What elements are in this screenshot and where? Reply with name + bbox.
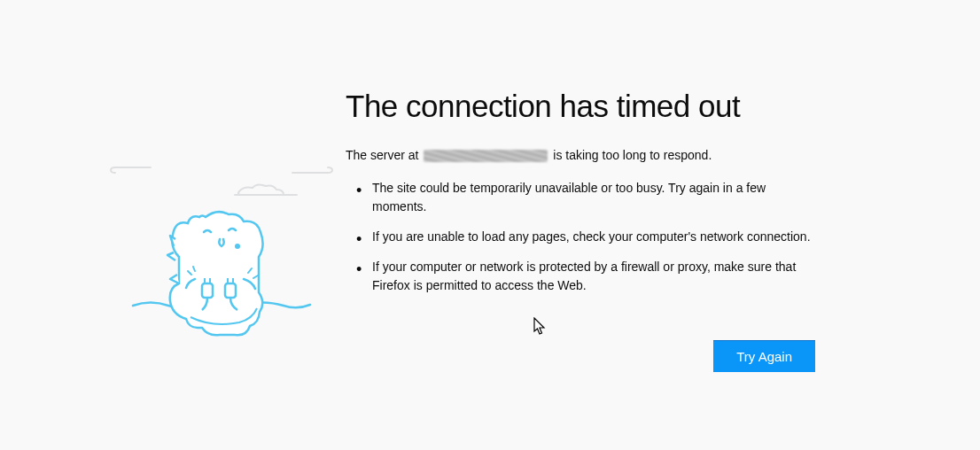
error-page-container: The connection has timed out The server … — [0, 0, 980, 372]
dino-icon — [106, 151, 337, 354]
suggestion-list: The site could be temporarily unavailabl… — [346, 179, 833, 296]
svg-rect-4 — [225, 283, 236, 298]
subtitle-suffix: is taking too long to respond. — [549, 148, 712, 162]
error-illustration — [106, 89, 337, 372]
svg-rect-1 — [202, 283, 213, 298]
try-again-button[interactable]: Try Again — [713, 340, 815, 372]
list-item: If your computer or network is protected… — [372, 258, 833, 296]
svg-point-0 — [235, 244, 240, 249]
page-title: The connection has timed out — [346, 89, 833, 124]
list-item: If you are unable to load any pages, che… — [372, 228, 833, 247]
error-content: The connection has timed out The server … — [337, 89, 833, 372]
list-item: The site could be temporarily unavailabl… — [372, 179, 833, 217]
subtitle-prefix: The server at — [346, 148, 422, 162]
error-subtitle: The server at is taking too long to resp… — [346, 147, 833, 165]
redacted-server-name — [424, 150, 548, 162]
button-row: Try Again — [346, 340, 833, 372]
